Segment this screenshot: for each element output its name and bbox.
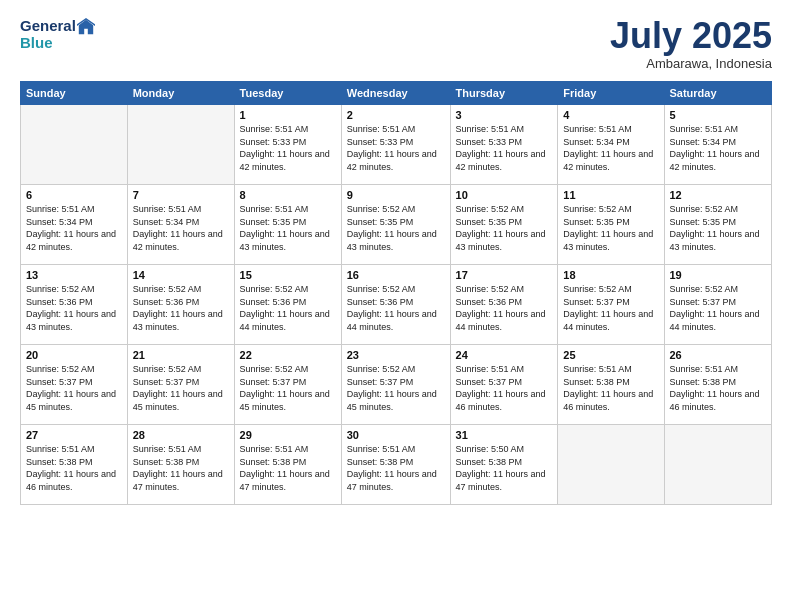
- calendar-cell: 25Sunrise: 5:51 AMSunset: 5:38 PMDayligh…: [558, 345, 664, 425]
- day-number: 9: [347, 189, 445, 201]
- day-number: 14: [133, 269, 229, 281]
- calendar-cell: [558, 425, 664, 505]
- day-number: 26: [670, 349, 767, 361]
- day-info: Sunrise: 5:52 AMSunset: 5:37 PMDaylight:…: [240, 363, 336, 413]
- day-number: 18: [563, 269, 658, 281]
- weekday-wednesday: Wednesday: [341, 82, 450, 105]
- calendar-cell: 20Sunrise: 5:52 AMSunset: 5:37 PMDayligh…: [21, 345, 128, 425]
- day-info: Sunrise: 5:51 AMSunset: 5:33 PMDaylight:…: [456, 123, 553, 173]
- day-number: 23: [347, 349, 445, 361]
- calendar-cell: 6Sunrise: 5:51 AMSunset: 5:34 PMDaylight…: [21, 185, 128, 265]
- weekday-tuesday: Tuesday: [234, 82, 341, 105]
- day-info: Sunrise: 5:51 AMSunset: 5:34 PMDaylight:…: [26, 203, 122, 253]
- weekday-sunday: Sunday: [21, 82, 128, 105]
- calendar-cell: 31Sunrise: 5:50 AMSunset: 5:38 PMDayligh…: [450, 425, 558, 505]
- day-info: Sunrise: 5:52 AMSunset: 5:35 PMDaylight:…: [670, 203, 767, 253]
- day-number: 31: [456, 429, 553, 441]
- month-title: July 2025: [610, 18, 772, 54]
- day-number: 3: [456, 109, 553, 121]
- day-info: Sunrise: 5:51 AMSunset: 5:33 PMDaylight:…: [347, 123, 445, 173]
- week-row-2: 6Sunrise: 5:51 AMSunset: 5:34 PMDaylight…: [21, 185, 772, 265]
- calendar-cell: 1Sunrise: 5:51 AMSunset: 5:33 PMDaylight…: [234, 105, 341, 185]
- calendar-page: General Blue July 2025 Ambarawa, Indones…: [0, 0, 792, 612]
- weekday-thursday: Thursday: [450, 82, 558, 105]
- day-info: Sunrise: 5:51 AMSunset: 5:34 PMDaylight:…: [563, 123, 658, 173]
- calendar-cell: 29Sunrise: 5:51 AMSunset: 5:38 PMDayligh…: [234, 425, 341, 505]
- calendar-cell: 15Sunrise: 5:52 AMSunset: 5:36 PMDayligh…: [234, 265, 341, 345]
- weekday-monday: Monday: [127, 82, 234, 105]
- day-number: 5: [670, 109, 767, 121]
- day-info: Sunrise: 5:52 AMSunset: 5:36 PMDaylight:…: [133, 283, 229, 333]
- calendar-cell: 13Sunrise: 5:52 AMSunset: 5:36 PMDayligh…: [21, 265, 128, 345]
- week-row-4: 20Sunrise: 5:52 AMSunset: 5:37 PMDayligh…: [21, 345, 772, 425]
- day-info: Sunrise: 5:51 AMSunset: 5:38 PMDaylight:…: [563, 363, 658, 413]
- calendar-cell: 10Sunrise: 5:52 AMSunset: 5:35 PMDayligh…: [450, 185, 558, 265]
- day-number: 13: [26, 269, 122, 281]
- weekday-header-row: SundayMondayTuesdayWednesdayThursdayFrid…: [21, 82, 772, 105]
- calendar-cell: 18Sunrise: 5:52 AMSunset: 5:37 PMDayligh…: [558, 265, 664, 345]
- day-number: 20: [26, 349, 122, 361]
- calendar-table: SundayMondayTuesdayWednesdayThursdayFrid…: [20, 81, 772, 505]
- calendar-cell: 11Sunrise: 5:52 AMSunset: 5:35 PMDayligh…: [558, 185, 664, 265]
- day-info: Sunrise: 5:52 AMSunset: 5:36 PMDaylight:…: [26, 283, 122, 333]
- logo: General Blue: [20, 18, 96, 51]
- day-info: Sunrise: 5:51 AMSunset: 5:33 PMDaylight:…: [240, 123, 336, 173]
- weekday-saturday: Saturday: [664, 82, 772, 105]
- day-number: 4: [563, 109, 658, 121]
- day-info: Sunrise: 5:52 AMSunset: 5:36 PMDaylight:…: [240, 283, 336, 333]
- calendar-cell: 14Sunrise: 5:52 AMSunset: 5:36 PMDayligh…: [127, 265, 234, 345]
- day-number: 19: [670, 269, 767, 281]
- location: Ambarawa, Indonesia: [610, 56, 772, 71]
- week-row-3: 13Sunrise: 5:52 AMSunset: 5:36 PMDayligh…: [21, 265, 772, 345]
- day-number: 27: [26, 429, 122, 441]
- day-number: 10: [456, 189, 553, 201]
- day-info: Sunrise: 5:52 AMSunset: 5:37 PMDaylight:…: [347, 363, 445, 413]
- calendar-cell: 23Sunrise: 5:52 AMSunset: 5:37 PMDayligh…: [341, 345, 450, 425]
- calendar-cell: [664, 425, 772, 505]
- day-info: Sunrise: 5:51 AMSunset: 5:38 PMDaylight:…: [26, 443, 122, 493]
- day-info: Sunrise: 5:52 AMSunset: 5:36 PMDaylight:…: [456, 283, 553, 333]
- calendar-cell: 5Sunrise: 5:51 AMSunset: 5:34 PMDaylight…: [664, 105, 772, 185]
- day-number: 7: [133, 189, 229, 201]
- week-row-1: 1Sunrise: 5:51 AMSunset: 5:33 PMDaylight…: [21, 105, 772, 185]
- calendar-cell: [127, 105, 234, 185]
- day-number: 1: [240, 109, 336, 121]
- day-info: Sunrise: 5:51 AMSunset: 5:38 PMDaylight:…: [240, 443, 336, 493]
- calendar-cell: [21, 105, 128, 185]
- day-number: 12: [670, 189, 767, 201]
- day-info: Sunrise: 5:52 AMSunset: 5:37 PMDaylight:…: [26, 363, 122, 413]
- calendar-cell: 19Sunrise: 5:52 AMSunset: 5:37 PMDayligh…: [664, 265, 772, 345]
- day-info: Sunrise: 5:52 AMSunset: 5:37 PMDaylight:…: [670, 283, 767, 333]
- day-number: 11: [563, 189, 658, 201]
- day-number: 8: [240, 189, 336, 201]
- calendar-cell: 7Sunrise: 5:51 AMSunset: 5:34 PMDaylight…: [127, 185, 234, 265]
- calendar-cell: 3Sunrise: 5:51 AMSunset: 5:33 PMDaylight…: [450, 105, 558, 185]
- day-info: Sunrise: 5:50 AMSunset: 5:38 PMDaylight:…: [456, 443, 553, 493]
- day-number: 16: [347, 269, 445, 281]
- day-number: 24: [456, 349, 553, 361]
- calendar-cell: 28Sunrise: 5:51 AMSunset: 5:38 PMDayligh…: [127, 425, 234, 505]
- day-number: 17: [456, 269, 553, 281]
- day-number: 29: [240, 429, 336, 441]
- calendar-cell: 27Sunrise: 5:51 AMSunset: 5:38 PMDayligh…: [21, 425, 128, 505]
- calendar-cell: 12Sunrise: 5:52 AMSunset: 5:35 PMDayligh…: [664, 185, 772, 265]
- day-info: Sunrise: 5:51 AMSunset: 5:35 PMDaylight:…: [240, 203, 336, 253]
- day-number: 28: [133, 429, 229, 441]
- calendar-cell: 24Sunrise: 5:51 AMSunset: 5:37 PMDayligh…: [450, 345, 558, 425]
- day-number: 21: [133, 349, 229, 361]
- day-info: Sunrise: 5:52 AMSunset: 5:35 PMDaylight:…: [347, 203, 445, 253]
- calendar-cell: 8Sunrise: 5:51 AMSunset: 5:35 PMDaylight…: [234, 185, 341, 265]
- calendar-cell: 17Sunrise: 5:52 AMSunset: 5:36 PMDayligh…: [450, 265, 558, 345]
- calendar-cell: 22Sunrise: 5:52 AMSunset: 5:37 PMDayligh…: [234, 345, 341, 425]
- day-number: 25: [563, 349, 658, 361]
- day-info: Sunrise: 5:52 AMSunset: 5:37 PMDaylight:…: [133, 363, 229, 413]
- calendar-cell: 26Sunrise: 5:51 AMSunset: 5:38 PMDayligh…: [664, 345, 772, 425]
- week-row-5: 27Sunrise: 5:51 AMSunset: 5:38 PMDayligh…: [21, 425, 772, 505]
- day-info: Sunrise: 5:52 AMSunset: 5:36 PMDaylight:…: [347, 283, 445, 333]
- day-info: Sunrise: 5:51 AMSunset: 5:38 PMDaylight:…: [133, 443, 229, 493]
- calendar-cell: 21Sunrise: 5:52 AMSunset: 5:37 PMDayligh…: [127, 345, 234, 425]
- calendar-cell: 30Sunrise: 5:51 AMSunset: 5:38 PMDayligh…: [341, 425, 450, 505]
- day-info: Sunrise: 5:51 AMSunset: 5:34 PMDaylight:…: [670, 123, 767, 173]
- day-number: 15: [240, 269, 336, 281]
- calendar-cell: 16Sunrise: 5:52 AMSunset: 5:36 PMDayligh…: [341, 265, 450, 345]
